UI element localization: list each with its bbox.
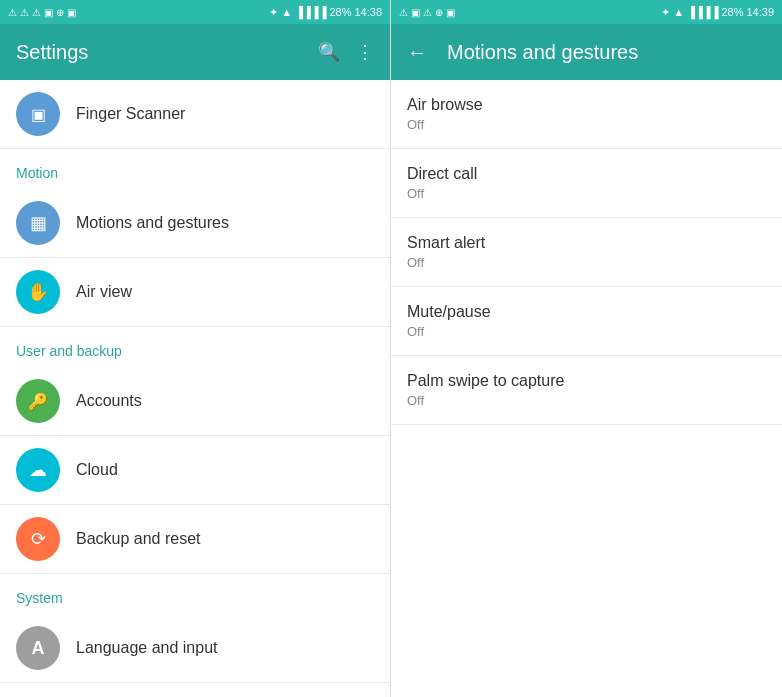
air-view-label: Air view [76,283,132,301]
app-bar-actions: 🔍 ⋮ [318,41,374,63]
finger-scanner-item[interactable]: ▣ Finger Scanner [0,80,390,149]
cloud-label: Cloud [76,461,118,479]
accounts-text: Accounts [76,392,142,410]
mute-pause-label: Mute/pause [407,303,766,321]
left-status-icons: ⚠ ⚠ ⚠ ▣ ⊕ ▣ [8,7,76,18]
backup-reset-icon: ⟳ [16,517,60,561]
warning-icon-1: ⚠ [8,7,17,18]
back-button[interactable]: ← [407,41,427,64]
right-status-bar: ⚠ ▣ ⚠ ⊕ ▣ ✦ ▲ ▐▐▐▐ 28% 14:39 [391,0,782,24]
backup-reset-label: Backup and reset [76,530,201,548]
motions-gestures-title: Motions and gestures [447,41,766,64]
battery-label: 28% [329,6,351,18]
motions-gestures-icon: ▦ [16,201,60,245]
warning-icon-3: ⚠ [32,7,41,18]
user-backup-section-header: User and backup [0,327,390,367]
more-icon[interactable]: ⋮ [356,41,374,63]
time-label: 14:38 [354,6,382,18]
left-panel: ⚠ ⚠ ⚠ ▣ ⊕ ▣ ✦ ▲ ▐▐▐▐ 28% 14:38 Settings … [0,0,391,697]
finger-scanner-text: Finger Scanner [76,105,185,123]
r-warning-icon-1: ⚠ [399,7,408,18]
motions-gestures-label: Motions and gestures [76,214,229,232]
palm-swipe-item[interactable]: Palm swipe to capture Off [391,356,782,425]
search-icon[interactable]: 🔍 [318,41,340,63]
circle-icon: ⊕ [56,7,64,18]
finger-scanner-label: Finger Scanner [76,105,185,123]
left-status-bar: ⚠ ⚠ ⚠ ▣ ⊕ ▣ ✦ ▲ ▐▐▐▐ 28% 14:38 [0,0,390,24]
smart-alert-status: Off [407,255,766,270]
finger-scanner-icon: ▣ [16,92,60,136]
right-panel: ⚠ ▣ ⚠ ⊕ ▣ ✦ ▲ ▐▐▐▐ 28% 14:39 ← Motions a… [391,0,782,697]
accounts-label: Accounts [76,392,142,410]
cloud-text: Cloud [76,461,118,479]
image-icon: ▣ [44,7,53,18]
air-browse-label: Air browse [407,96,766,114]
motions-gestures-text: Motions and gestures [76,214,229,232]
right-app-bar: ← Motions and gestures [391,24,782,80]
smart-alert-label: Smart alert [407,234,766,252]
air-view-text: Air view [76,283,132,301]
system-section-header: System [0,574,390,614]
direct-call-item[interactable]: Direct call Off [391,149,782,218]
right-status-right: ✦ ▲ ▐▐▐▐ 28% 14:39 [661,6,774,19]
air-view-item[interactable]: ✋ Air view [0,258,390,327]
r-circle-icon: ⊕ [435,7,443,18]
r-time-label: 14:39 [746,6,774,18]
accounts-item[interactable]: 🔑 Accounts [0,367,390,436]
cloud-icon: ☁ [16,448,60,492]
r-wifi-icon: ▲ [673,6,684,18]
cloud-item[interactable]: ☁ Cloud [0,436,390,505]
left-status-right: ✦ ▲ ▐▐▐▐ 28% 14:38 [269,6,382,19]
accounts-icon: 🔑 [16,379,60,423]
r-warning-icon-2: ⚠ [423,7,432,18]
direct-call-status: Off [407,186,766,201]
language-input-label: Language and input [76,639,217,657]
r-bluetooth-icon: ✦ [661,6,670,19]
palm-swipe-status: Off [407,393,766,408]
air-view-icon: ✋ [16,270,60,314]
motions-gestures-item[interactable]: ▦ Motions and gestures [0,189,390,258]
r-signal-icon: ▐▐▐▐ [687,6,718,18]
motion-section-header: Motion [0,149,390,189]
language-input-text: Language and input [76,639,217,657]
r-image-icon: ▣ [411,7,420,18]
wifi-icon: ▲ [281,6,292,18]
bluetooth-icon: ✦ [269,6,278,19]
direct-call-label: Direct call [407,165,766,183]
mute-pause-status: Off [407,324,766,339]
backup-reset-text: Backup and reset [76,530,201,548]
language-input-item[interactable]: A Language and input [0,614,390,683]
box-icon: ▣ [67,7,76,18]
air-browse-status: Off [407,117,766,132]
warning-icon-2: ⚠ [20,7,29,18]
signal-icon: ▐▐▐▐ [295,6,326,18]
air-browse-item[interactable]: Air browse Off [391,80,782,149]
right-status-icons: ⚠ ▣ ⚠ ⊕ ▣ [399,7,455,18]
left-app-bar: Settings 🔍 ⋮ [0,24,390,80]
settings-title: Settings [16,41,306,64]
r-box-icon: ▣ [446,7,455,18]
r-battery-label: 28% [721,6,743,18]
palm-swipe-label: Palm swipe to capture [407,372,766,390]
backup-reset-item[interactable]: ⟳ Backup and reset [0,505,390,574]
mute-pause-item[interactable]: Mute/pause Off [391,287,782,356]
smart-alert-item[interactable]: Smart alert Off [391,218,782,287]
language-input-icon: A [16,626,60,670]
